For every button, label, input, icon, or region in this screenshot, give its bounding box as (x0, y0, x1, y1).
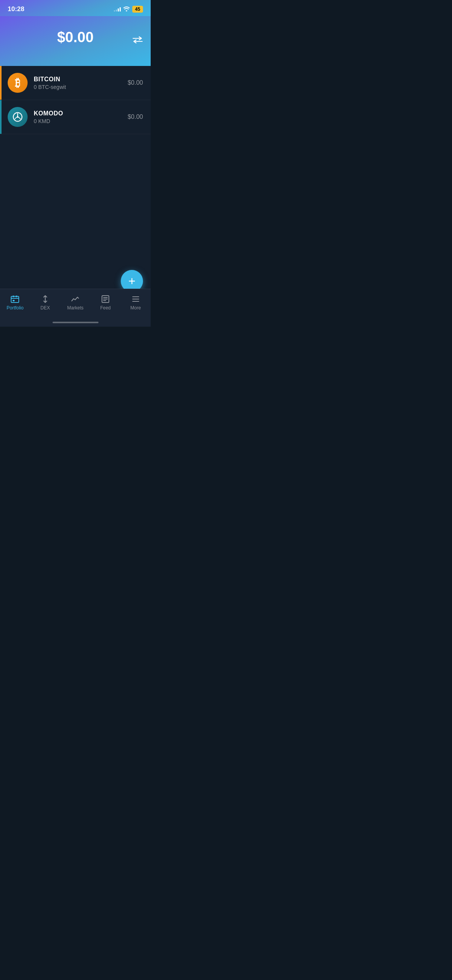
bitcoin-list-item[interactable]: ₿ BITCOIN 0 BTC-segwit $0.00 (0, 66, 151, 100)
bitcoin-value: $0.00 (128, 79, 143, 86)
komodo-info: KOMODO 0 KMD (34, 110, 128, 124)
feed-label: Feed (100, 305, 110, 311)
coin-list: ₿ BITCOIN 0 BTC-segwit $0.00 KOMODO (0, 66, 151, 289)
battery-icon: 45 (132, 6, 143, 13)
bitcoin-balance: 0 BTC-segwit (34, 84, 128, 90)
bitcoin-logo: ₿ (8, 73, 28, 93)
dex-label: DEX (41, 305, 50, 311)
feed-icon (101, 294, 110, 304)
total-balance: $0.00 (57, 29, 94, 46)
battery-level: 45 (135, 7, 140, 12)
bitcoin-icon: ₿ (15, 77, 20, 89)
bitcoin-info: BITCOIN 0 BTC-segwit (34, 76, 128, 90)
nav-portfolio[interactable]: Portfolio (0, 293, 30, 312)
svg-rect-5 (13, 300, 15, 301)
more-icon (131, 294, 140, 304)
status-time: 10:28 (8, 5, 24, 13)
markets-icon (71, 294, 80, 304)
bottom-navigation: Portfolio DEX Markets Feed (0, 289, 151, 318)
home-bar (53, 322, 99, 323)
portfolio-icon (10, 294, 20, 304)
nav-feed[interactable]: Feed (90, 293, 121, 312)
komodo-logo (8, 107, 28, 127)
markets-label: Markets (67, 305, 84, 311)
komodo-list-item[interactable]: KOMODO 0 KMD $0.00 (0, 100, 151, 134)
nav-markets[interactable]: Markets (60, 293, 90, 312)
komodo-name: KOMODO (34, 110, 128, 117)
exchange-button[interactable] (132, 36, 143, 46)
svg-rect-2 (11, 296, 19, 303)
home-indicator (0, 318, 151, 327)
signal-icon (114, 7, 121, 12)
svg-rect-3 (13, 296, 14, 297)
nav-more[interactable]: More (120, 293, 151, 312)
portfolio-label: Portfolio (7, 305, 23, 311)
dex-icon (41, 294, 50, 304)
status-icons: 45 (114, 6, 143, 13)
komodo-balance: 0 KMD (34, 118, 128, 124)
app-screen: 10:28 45 $0.00 (0, 0, 151, 327)
komodo-icon (12, 112, 23, 122)
more-label: More (130, 305, 141, 311)
komodo-value: $0.00 (128, 113, 143, 120)
bitcoin-name: BITCOIN (34, 76, 128, 83)
header-section: $0.00 (0, 16, 151, 66)
wifi-icon (123, 6, 130, 13)
add-icon: + (128, 274, 136, 288)
svg-rect-4 (16, 296, 17, 297)
nav-dex[interactable]: DEX (30, 293, 61, 312)
status-bar: 10:28 45 (0, 0, 151, 16)
